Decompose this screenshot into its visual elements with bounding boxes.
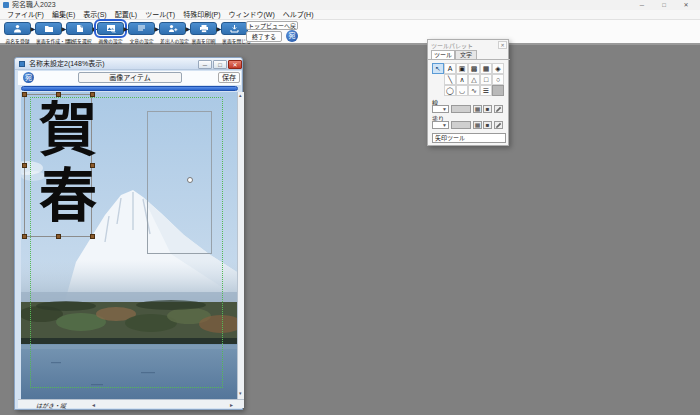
menu-special-print[interactable]: 特殊印刷(P) bbox=[179, 10, 224, 20]
line-color-swatch[interactable] bbox=[451, 105, 471, 113]
app-title: 宛名職人2023 bbox=[12, 0, 56, 10]
circle-tool-icon[interactable]: ◯ bbox=[444, 85, 456, 96]
atena-logo-icon: 宛 bbox=[286, 30, 298, 42]
tabs-divider bbox=[428, 59, 510, 60]
polygon-tool-icon[interactable]: △ bbox=[468, 74, 480, 85]
selection-handle-se[interactable] bbox=[90, 234, 95, 239]
fill-pencil-icon[interactable] bbox=[494, 121, 503, 129]
top-view-button[interactable]: トップビューへ戻る bbox=[246, 21, 298, 30]
quit-button[interactable]: 終了する bbox=[246, 31, 282, 42]
select-tool-icon[interactable]: ↖ bbox=[432, 63, 444, 74]
menu-edit[interactable]: 編集(E) bbox=[48, 10, 79, 20]
document-title: 名称未設定2(148%表示) bbox=[29, 58, 104, 70]
selection-handle-e[interactable] bbox=[90, 163, 95, 168]
menu-tools[interactable]: ツール(T) bbox=[141, 10, 179, 20]
vertical-scrollbar[interactable]: ▴ ▾ bbox=[237, 92, 244, 399]
ellipse-tool-icon[interactable]: ○ bbox=[492, 74, 504, 85]
register-address-button[interactable] bbox=[4, 22, 31, 35]
document-toolbar: 宛 画像アイテム 保存 bbox=[18, 71, 241, 85]
flow-step-sender-settings[interactable]: 差出人の設定 bbox=[157, 21, 188, 46]
selection-handle-s[interactable] bbox=[56, 234, 61, 239]
current-tool-field[interactable]: 矢印ツール bbox=[432, 133, 506, 143]
palette-close-icon[interactable]: ✕ bbox=[498, 41, 507, 49]
selection-handle-w[interactable] bbox=[22, 163, 27, 168]
greeting-text-item[interactable]: 賀春 bbox=[24, 94, 92, 237]
image-magnifier-icon bbox=[106, 24, 116, 33]
image-tool-icon[interactable]: ▣ bbox=[456, 63, 468, 74]
tool-palette: ツールパレット ✕ ツール 文字 ↖ A ▣ ▩ ▦ ◈ ╲ ∧ △ □ ○ ◯… bbox=[427, 39, 509, 146]
window-minimize-button[interactable]: ─ bbox=[634, 0, 650, 10]
document-window: 名称未設定2(148%表示) ─ □ ✕ 宛 画像アイテム 保存 bbox=[14, 57, 243, 410]
flow-step-register-address[interactable]: 宛名を登録 bbox=[2, 21, 33, 46]
scroll-right-icon[interactable]: ▸ bbox=[230, 401, 233, 408]
line-tool-icon[interactable]: ╲ bbox=[444, 74, 456, 85]
line-pencil-icon[interactable] bbox=[494, 105, 503, 113]
fill-solid-button[interactable]: ■ bbox=[483, 121, 492, 129]
menu-file[interactable]: ファイル(F) bbox=[3, 10, 48, 20]
item-center-handle[interactable] bbox=[187, 177, 193, 183]
clipart-tool-icon[interactable]: ▩ bbox=[468, 63, 480, 74]
paper-icon bbox=[76, 24, 84, 33]
scroll-down-icon[interactable]: ▾ bbox=[239, 390, 242, 396]
person-plus-icon bbox=[168, 24, 178, 33]
flow-step-print-back[interactable]: 裏面を印刷 bbox=[188, 21, 219, 46]
empty-item-frame[interactable] bbox=[147, 111, 212, 254]
save-button[interactable]: 保存 bbox=[218, 72, 240, 83]
stamp-tool-icon[interactable]: ▦ bbox=[480, 63, 492, 74]
fill-style-dropdown[interactable]: ▼ bbox=[432, 121, 449, 129]
menu-view[interactable]: 表示(S) bbox=[79, 10, 110, 20]
flow-step-select-paper[interactable]: 用紙を選択 bbox=[64, 21, 95, 46]
menu-window[interactable]: ウィンドウ(W) bbox=[225, 10, 279, 20]
window-close-button[interactable]: ✕ bbox=[678, 0, 694, 10]
curve-tool-icon[interactable]: ∿ bbox=[468, 85, 480, 96]
arc-tool-icon[interactable]: ◡ bbox=[456, 85, 468, 96]
selection-handle-sw[interactable] bbox=[22, 234, 27, 239]
flow-step-label: 文章の設定 bbox=[129, 37, 154, 44]
polyline-tool-icon[interactable]: ∧ bbox=[456, 74, 468, 85]
color-swatch-cell[interactable] bbox=[492, 85, 504, 96]
line-style-dropdown[interactable]: ▼ bbox=[432, 105, 449, 113]
window-maximize-button[interactable]: □ bbox=[656, 0, 672, 10]
select-paper-button[interactable] bbox=[66, 22, 93, 35]
text-tool-icon[interactable]: A bbox=[444, 63, 456, 74]
document-icon bbox=[19, 61, 25, 67]
line-solid-button[interactable]: ■ bbox=[483, 105, 492, 113]
close-back-button[interactable] bbox=[221, 22, 248, 35]
doc-close-button[interactable]: ✕ bbox=[228, 60, 242, 69]
menu-help[interactable]: ヘルプ(H) bbox=[279, 10, 318, 20]
menu-layout[interactable]: 配置(L) bbox=[111, 10, 142, 20]
image-settings-button[interactable] bbox=[97, 22, 124, 35]
open-back-button[interactable] bbox=[35, 22, 62, 35]
rect-tool-icon[interactable]: □ bbox=[480, 74, 492, 85]
selection-handle-n[interactable] bbox=[56, 92, 61, 97]
fill-pattern-button[interactable]: ▦ bbox=[473, 121, 482, 129]
postcard-canvas[interactable]: 賀春 bbox=[21, 92, 237, 399]
flow-step-label: 裏面を印刷 bbox=[191, 37, 216, 44]
scroll-left-icon[interactable]: ◂ bbox=[92, 401, 95, 408]
scroll-up-icon[interactable]: ▴ bbox=[239, 92, 242, 98]
fill-color-swatch[interactable] bbox=[451, 121, 471, 129]
flow-step-label: 差出人の設定 bbox=[160, 37, 185, 44]
doc-minimize-button[interactable]: ─ bbox=[198, 60, 212, 69]
app-logo-icon bbox=[3, 2, 9, 8]
doc-maximize-button[interactable]: □ bbox=[213, 60, 227, 69]
folder-icon bbox=[44, 24, 54, 33]
flow-step-image-settings[interactable]: 画像の設定 bbox=[95, 21, 126, 46]
frame-tool-icon[interactable]: ◈ bbox=[492, 63, 504, 74]
flow-toolbar: 宛名を登録 ▶ 裏面を作成・開く ▶ 用紙を選択 ▶ 画像の設定 ▶ 文章の設定… bbox=[0, 20, 700, 45]
line-pattern-button[interactable]: ▦ bbox=[473, 105, 482, 113]
item-type-button[interactable]: 画像アイテム bbox=[78, 72, 182, 83]
flow-step-open-back[interactable]: 裏面を作成・開く bbox=[33, 21, 64, 46]
selection-handle-nw[interactable] bbox=[22, 92, 27, 97]
selection-handle-ne[interactable] bbox=[90, 92, 95, 97]
document-titlebar[interactable]: 名称未設定2(148%表示) ─ □ ✕ bbox=[15, 58, 242, 70]
app-titlebar: 宛名職人2023 ─ □ ✕ bbox=[0, 0, 700, 10]
flow-step-text-settings[interactable]: 文章の設定 bbox=[126, 21, 157, 46]
list-tool-icon[interactable]: ☰ bbox=[480, 85, 492, 96]
atena-logo-icon: 宛 bbox=[23, 72, 34, 83]
text-settings-button[interactable] bbox=[128, 22, 155, 35]
sender-settings-button[interactable] bbox=[159, 22, 186, 35]
print-back-button[interactable] bbox=[190, 22, 217, 35]
palette-title: ツールパレット bbox=[431, 41, 473, 50]
text-lines-icon bbox=[137, 24, 146, 33]
